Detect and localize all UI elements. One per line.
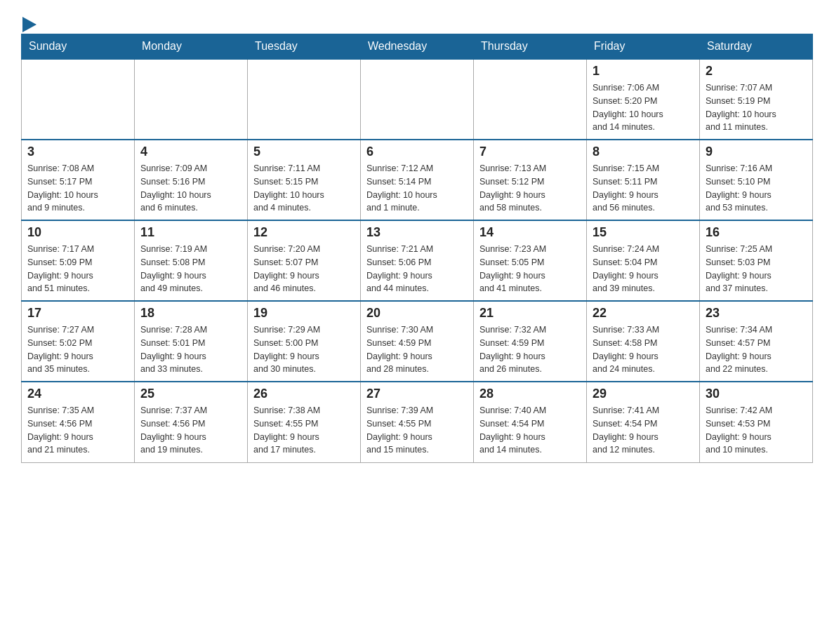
calendar-cell: 18Sunrise: 7:28 AM Sunset: 5:01 PM Dayli… (135, 301, 248, 382)
calendar-week-5: 24Sunrise: 7:35 AM Sunset: 4:56 PM Dayli… (22, 382, 813, 462)
calendar-cell: 16Sunrise: 7:25 AM Sunset: 5:03 PM Dayli… (700, 220, 813, 301)
day-info: Sunrise: 7:24 AM Sunset: 5:04 PM Dayligh… (593, 243, 694, 295)
day-info: Sunrise: 7:06 AM Sunset: 5:20 PM Dayligh… (593, 81, 694, 134)
weekday-header-friday: Friday (587, 34, 700, 60)
calendar-cell (135, 59, 248, 140)
day-info: Sunrise: 7:17 AM Sunset: 5:09 PM Dayligh… (27, 243, 128, 295)
day-info: Sunrise: 7:35 AM Sunset: 4:56 PM Dayligh… (27, 404, 128, 457)
day-number: 25 (140, 387, 241, 401)
svg-marker-0 (22, 17, 37, 32)
weekday-header-wednesday: Wednesday (361, 34, 474, 60)
calendar-cell: 9Sunrise: 7:16 AM Sunset: 5:10 PM Daylig… (700, 140, 813, 220)
calendar-cell: 1Sunrise: 7:06 AM Sunset: 5:20 PM Daylig… (587, 59, 700, 140)
day-info: Sunrise: 7:33 AM Sunset: 4:58 PM Dayligh… (593, 323, 694, 376)
calendar-cell (248, 59, 361, 140)
calendar-cell: 14Sunrise: 7:23 AM Sunset: 5:05 PM Dayli… (474, 220, 587, 301)
weekday-header-thursday: Thursday (474, 34, 587, 60)
day-info: Sunrise: 7:30 AM Sunset: 4:59 PM Dayligh… (366, 323, 468, 376)
calendar-cell (474, 59, 587, 140)
day-info: Sunrise: 7:08 AM Sunset: 5:17 PM Dayligh… (27, 162, 128, 215)
calendar-cell: 22Sunrise: 7:33 AM Sunset: 4:58 PM Dayli… (587, 301, 700, 382)
day-info: Sunrise: 7:07 AM Sunset: 5:19 PM Dayligh… (706, 81, 807, 134)
day-info: Sunrise: 7:21 AM Sunset: 5:06 PM Dayligh… (366, 243, 468, 295)
day-number: 1 (593, 64, 694, 79)
day-info: Sunrise: 7:29 AM Sunset: 5:00 PM Dayligh… (253, 323, 355, 376)
day-number: 18 (140, 306, 241, 321)
calendar-week-3: 10Sunrise: 7:17 AM Sunset: 5:09 PM Dayli… (22, 220, 813, 301)
calendar-cell: 11Sunrise: 7:19 AM Sunset: 5:08 PM Dayli… (135, 220, 248, 301)
day-number: 11 (140, 225, 241, 240)
calendar-cell: 12Sunrise: 7:20 AM Sunset: 5:07 PM Dayli… (248, 220, 361, 301)
calendar-cell: 13Sunrise: 7:21 AM Sunset: 5:06 PM Dayli… (361, 220, 474, 301)
day-info: Sunrise: 7:11 AM Sunset: 5:15 PM Dayligh… (253, 162, 355, 215)
day-number: 14 (479, 225, 581, 240)
calendar-cell: 29Sunrise: 7:41 AM Sunset: 4:54 PM Dayli… (587, 382, 700, 462)
calendar-cell (22, 59, 135, 140)
day-number: 30 (706, 387, 807, 401)
day-number: 20 (366, 306, 468, 321)
day-info: Sunrise: 7:42 AM Sunset: 4:53 PM Dayligh… (706, 404, 807, 457)
weekday-header-sunday: Sunday (22, 34, 135, 60)
calendar-cell: 21Sunrise: 7:32 AM Sunset: 4:59 PM Dayli… (474, 301, 587, 382)
day-number: 23 (706, 306, 807, 321)
day-info: Sunrise: 7:20 AM Sunset: 5:07 PM Dayligh… (253, 243, 355, 295)
day-number: 13 (366, 225, 468, 240)
day-number: 9 (706, 145, 807, 159)
calendar-cell: 7Sunrise: 7:13 AM Sunset: 5:12 PM Daylig… (474, 140, 587, 220)
calendar-cell: 6Sunrise: 7:12 AM Sunset: 5:14 PM Daylig… (361, 140, 474, 220)
logo (21, 14, 37, 27)
day-number: 27 (366, 387, 468, 401)
calendar-cell: 28Sunrise: 7:40 AM Sunset: 4:54 PM Dayli… (474, 382, 587, 462)
day-number: 21 (479, 306, 581, 321)
day-info: Sunrise: 7:09 AM Sunset: 5:16 PM Dayligh… (140, 162, 241, 215)
day-number: 6 (366, 145, 468, 159)
weekday-header-tuesday: Tuesday (248, 34, 361, 60)
day-number: 28 (479, 387, 581, 401)
day-number: 3 (27, 145, 128, 159)
calendar-cell: 23Sunrise: 7:34 AM Sunset: 4:57 PM Dayli… (700, 301, 813, 382)
calendar-week-1: 1Sunrise: 7:06 AM Sunset: 5:20 PM Daylig… (22, 59, 813, 140)
calendar-cell: 10Sunrise: 7:17 AM Sunset: 5:09 PM Dayli… (22, 220, 135, 301)
day-number: 12 (253, 225, 355, 240)
day-number: 8 (593, 145, 694, 159)
day-info: Sunrise: 7:39 AM Sunset: 4:55 PM Dayligh… (366, 404, 468, 457)
calendar-cell: 24Sunrise: 7:35 AM Sunset: 4:56 PM Dayli… (22, 382, 135, 462)
weekday-header-row: SundayMondayTuesdayWednesdayThursdayFrid… (22, 34, 813, 60)
day-info: Sunrise: 7:19 AM Sunset: 5:08 PM Dayligh… (140, 243, 241, 295)
day-number: 19 (253, 306, 355, 321)
day-number: 2 (706, 64, 807, 79)
day-info: Sunrise: 7:41 AM Sunset: 4:54 PM Dayligh… (593, 404, 694, 457)
day-number: 29 (593, 387, 694, 401)
day-number: 5 (253, 145, 355, 159)
day-number: 16 (706, 225, 807, 240)
calendar-cell: 4Sunrise: 7:09 AM Sunset: 5:16 PM Daylig… (135, 140, 248, 220)
day-info: Sunrise: 7:40 AM Sunset: 4:54 PM Dayligh… (479, 404, 581, 457)
day-info: Sunrise: 7:32 AM Sunset: 4:59 PM Dayligh… (479, 323, 581, 376)
day-number: 22 (593, 306, 694, 321)
calendar-cell: 2Sunrise: 7:07 AM Sunset: 5:19 PM Daylig… (700, 59, 813, 140)
day-info: Sunrise: 7:13 AM Sunset: 5:12 PM Dayligh… (479, 162, 581, 215)
day-number: 15 (593, 225, 694, 240)
calendar-week-2: 3Sunrise: 7:08 AM Sunset: 5:17 PM Daylig… (22, 140, 813, 220)
day-info: Sunrise: 7:28 AM Sunset: 5:01 PM Dayligh… (140, 323, 241, 376)
calendar-cell: 26Sunrise: 7:38 AM Sunset: 4:55 PM Dayli… (248, 382, 361, 462)
calendar-cell: 27Sunrise: 7:39 AM Sunset: 4:55 PM Dayli… (361, 382, 474, 462)
day-info: Sunrise: 7:15 AM Sunset: 5:11 PM Dayligh… (593, 162, 694, 215)
calendar-cell: 3Sunrise: 7:08 AM Sunset: 5:17 PM Daylig… (22, 140, 135, 220)
calendar-cell: 25Sunrise: 7:37 AM Sunset: 4:56 PM Dayli… (135, 382, 248, 462)
day-info: Sunrise: 7:23 AM Sunset: 5:05 PM Dayligh… (479, 243, 581, 295)
weekday-header-saturday: Saturday (700, 34, 813, 60)
day-info: Sunrise: 7:16 AM Sunset: 5:10 PM Dayligh… (706, 162, 807, 215)
calendar-week-4: 17Sunrise: 7:27 AM Sunset: 5:02 PM Dayli… (22, 301, 813, 382)
day-number: 26 (253, 387, 355, 401)
day-number: 24 (27, 387, 128, 401)
calendar-cell: 8Sunrise: 7:15 AM Sunset: 5:11 PM Daylig… (587, 140, 700, 220)
day-info: Sunrise: 7:37 AM Sunset: 4:56 PM Dayligh… (140, 404, 241, 457)
day-info: Sunrise: 7:34 AM Sunset: 4:57 PM Dayligh… (706, 323, 807, 376)
calendar-cell: 15Sunrise: 7:24 AM Sunset: 5:04 PM Dayli… (587, 220, 700, 301)
calendar-table: SundayMondayTuesdayWednesdayThursdayFrid… (21, 34, 813, 463)
calendar-cell: 17Sunrise: 7:27 AM Sunset: 5:02 PM Dayli… (22, 301, 135, 382)
calendar-cell: 19Sunrise: 7:29 AM Sunset: 5:00 PM Dayli… (248, 301, 361, 382)
calendar-cell: 30Sunrise: 7:42 AM Sunset: 4:53 PM Dayli… (700, 382, 813, 462)
day-number: 17 (27, 306, 128, 321)
